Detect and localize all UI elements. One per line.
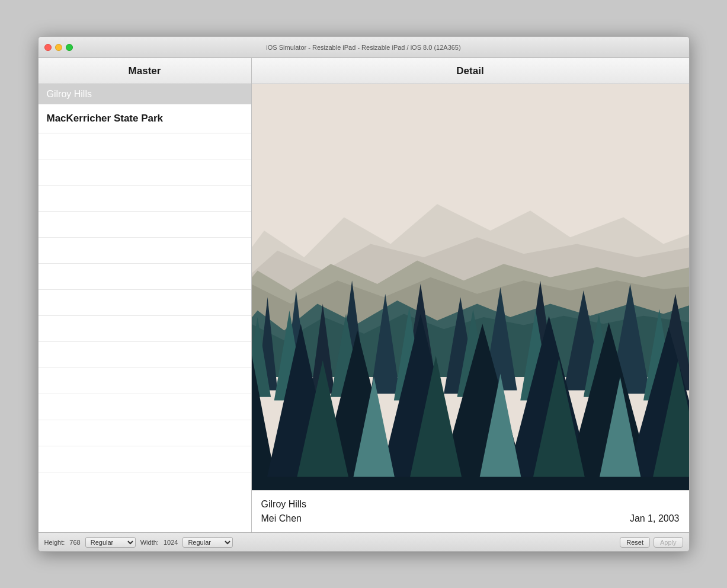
detail-panel: Gilroy Hills Mei Chen Jan 1, 2003 <box>252 84 689 532</box>
list-item[interactable] <box>39 212 251 238</box>
list-item[interactable]: MacKerricher State Park <box>39 104 251 133</box>
list-item[interactable] <box>39 186 251 212</box>
detail-image <box>252 84 689 490</box>
bottom-action-buttons: Reset Apply <box>620 537 683 548</box>
detail-author: Mei Chen <box>261 513 302 524</box>
width-value: 1024 <box>164 539 178 546</box>
width-label: Width: <box>140 539 159 546</box>
detail-header: Detail <box>252 58 689 84</box>
detail-bottom-row: Mei Chen Jan 1, 2003 <box>261 513 680 524</box>
list-item[interactable] <box>39 342 251 368</box>
master-panel: Gilroy Hills MacKerricher State Park <box>39 84 252 532</box>
list-item[interactable] <box>39 290 251 316</box>
simulator-window: iOS Simulator - Resizable iPad - Resizab… <box>38 36 690 552</box>
list-item[interactable] <box>39 133 251 159</box>
list-item[interactable] <box>39 446 251 472</box>
list-item[interactable] <box>39 420 251 446</box>
list-item[interactable] <box>39 238 251 264</box>
master-list: MacKerricher State Park <box>39 104 251 532</box>
titlebar: iOS Simulator - Resizable iPad - Resizab… <box>39 37 689 58</box>
list-item[interactable] <box>39 159 251 186</box>
list-item[interactable] <box>39 316 251 342</box>
minimize-button[interactable] <box>55 44 62 51</box>
bottom-controls: Height: 768 Regular Compact Width: 1024 … <box>44 537 233 548</box>
list-item[interactable] <box>39 264 251 290</box>
height-label: Height: <box>44 539 65 546</box>
list-item[interactable] <box>39 394 251 420</box>
split-view: Gilroy Hills MacKerricher State Park <box>39 84 689 532</box>
height-value: 768 <box>69 539 80 546</box>
height-select[interactable]: Regular Compact <box>85 537 136 548</box>
window-title: iOS Simulator - Resizable iPad - Resizab… <box>266 44 460 51</box>
main-content: Master Detail Gilroy Hills MacKerricher … <box>39 58 689 532</box>
section-header: Gilroy Hills <box>39 84 251 104</box>
header-bar: Master Detail <box>39 58 689 84</box>
window-controls <box>39 44 73 51</box>
detail-info: Gilroy Hills Mei Chen Jan 1, 2003 <box>252 490 689 532</box>
reset-button[interactable]: Reset <box>620 537 650 548</box>
close-button[interactable] <box>44 44 52 51</box>
detail-title: Gilroy Hills <box>261 499 680 510</box>
bottom-bar: Height: 768 Regular Compact Width: 1024 … <box>39 532 689 551</box>
detail-date: Jan 1, 2003 <box>630 513 680 524</box>
master-header: Master <box>39 58 252 84</box>
maximize-button[interactable] <box>66 44 73 51</box>
list-item[interactable] <box>39 368 251 394</box>
apply-button[interactable]: Apply <box>654 537 683 548</box>
svg-rect-44 <box>252 477 689 490</box>
width-select[interactable]: Regular Compact <box>182 537 233 548</box>
